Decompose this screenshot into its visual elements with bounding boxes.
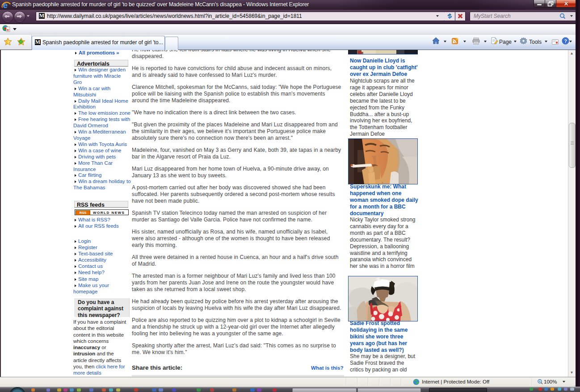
svg-text:?: ? [564, 38, 567, 44]
